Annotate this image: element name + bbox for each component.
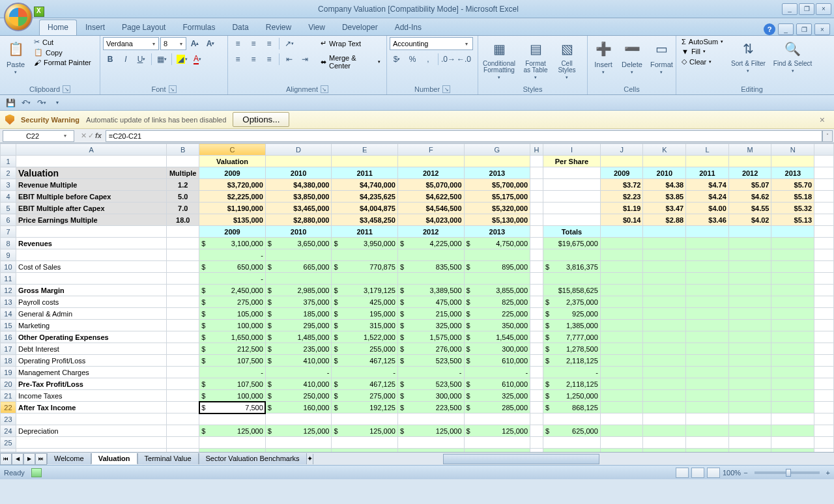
cell-E13[interactable]: $425,000 [332, 296, 398, 308]
cell-D6[interactable]: $2,880,000 [265, 214, 332, 226]
cell-D15[interactable]: $295,000 [265, 320, 332, 331]
formula-input[interactable]: =C20-C21 [106, 130, 822, 142]
cell-F22[interactable]: $223,500 [397, 402, 464, 413]
cell-J10[interactable] [600, 261, 643, 273]
cell-K16[interactable] [643, 331, 686, 343]
cell-N10[interactable] [771, 261, 814, 273]
cell-L17[interactable] [686, 343, 729, 355]
cell-E11[interactable] [332, 273, 398, 285]
cell-I17[interactable]: $1,278,500 [543, 343, 601, 355]
cell-L14[interactable] [686, 308, 729, 320]
cell-B14[interactable] [167, 308, 199, 320]
redo-button[interactable]: ↷▾ [35, 97, 48, 109]
cell-K1[interactable] [643, 156, 686, 167]
row-header-17[interactable]: 17 [1, 343, 16, 355]
cell-L12[interactable] [686, 285, 729, 296]
cell-J4[interactable]: $2.23 [600, 191, 643, 203]
row-header-6[interactable]: 6 [1, 214, 16, 226]
cell-C23[interactable] [199, 413, 266, 425]
cell-A17[interactable]: Debt Interest [16, 343, 166, 355]
cell-M9[interactable] [728, 249, 771, 261]
cell-C7[interactable]: 2009 [199, 226, 266, 238]
page-break-view-button[interactable] [707, 468, 720, 478]
cell-A13[interactable]: Payroll costs [16, 296, 166, 308]
cell-K13[interactable] [643, 296, 686, 308]
cell-H18[interactable] [530, 355, 543, 367]
cell-J5[interactable]: $1.19 [600, 203, 643, 214]
tab-home[interactable]: Home [39, 20, 77, 35]
cell-L15[interactable] [686, 320, 729, 331]
cell-H4[interactable] [530, 191, 543, 203]
cell-C3[interactable]: $3,720,000 [199, 179, 266, 191]
cell-I16[interactable]: $7,777,000 [543, 331, 601, 343]
cell-K11[interactable] [643, 273, 686, 285]
cell-A1[interactable] [16, 156, 166, 167]
col-header-E[interactable]: E [332, 144, 398, 156]
tab-view[interactable]: View [300, 20, 334, 35]
cell-D18[interactable]: $410,000 [265, 355, 332, 367]
font-size-dropdown[interactable]: ▾ [160, 37, 186, 50]
cell-G5[interactable]: $5,320,000 [464, 203, 530, 214]
cell-N2[interactable]: 2013 [771, 167, 814, 179]
cell-I2[interactable] [543, 167, 601, 179]
percent-button[interactable]: % [405, 53, 420, 66]
cell-B17[interactable] [167, 343, 199, 355]
cell-E9[interactable] [332, 249, 398, 261]
merge-center-button[interactable]: ⬌ Merge & Center ▾ [317, 52, 384, 72]
cell-C20[interactable]: $107,500 [199, 378, 266, 390]
cell-M10[interactable] [728, 261, 771, 273]
cell-N15[interactable] [771, 320, 814, 331]
cell-H7[interactable] [530, 226, 543, 238]
cell-K7[interactable] [643, 226, 686, 238]
fx-button[interactable]: fx [95, 132, 102, 140]
cell-E2[interactable]: 2011 [332, 167, 398, 179]
cell-E7[interactable]: 2011 [332, 226, 398, 238]
cell-A4[interactable]: EBIT Multiple before Capex [16, 191, 166, 203]
cell-A2[interactable]: Valuation [16, 167, 166, 179]
delete-cells-button[interactable]: ➖Delete▾ [619, 37, 645, 76]
cell-N11[interactable] [771, 273, 814, 285]
cell-D22[interactable]: $160,000 [265, 402, 332, 413]
cell-E22[interactable]: $192,125 [332, 402, 398, 413]
cell-A19[interactable]: Management Charges [16, 367, 166, 378]
tab-formulas[interactable]: Formulas [174, 20, 223, 35]
cell-F13[interactable]: $475,000 [397, 296, 464, 308]
format-cells-button[interactable]: ▭Format▾ [648, 37, 676, 76]
cell-B16[interactable] [167, 331, 199, 343]
cell-G12[interactable]: $3,855,000 [464, 285, 530, 296]
cell-G8[interactable]: $4,750,000 [464, 238, 530, 249]
cell-G20[interactable]: $610,000 [464, 378, 530, 390]
col-header-I[interactable]: I [543, 144, 601, 156]
cell-F11[interactable] [397, 273, 464, 285]
cell-M26[interactable] [728, 449, 771, 453]
select-all-corner[interactable] [1, 144, 16, 156]
sheet-tab-welcome[interactable]: Welcome [47, 453, 91, 464]
align-middle-button[interactable]: ≡ [246, 37, 261, 50]
cell-N9[interactable] [771, 249, 814, 261]
cell-B4[interactable]: 5.0 [167, 191, 199, 203]
cell-L3[interactable]: $4.74 [686, 179, 729, 191]
cell-N3[interactable]: $5.70 [771, 179, 814, 191]
cell-A25[interactable] [16, 437, 166, 449]
font-name-dropdown[interactable]: ▾ [103, 37, 159, 50]
cell-D1[interactable] [265, 156, 332, 167]
cell-K4[interactable]: $3.85 [643, 191, 686, 203]
cell-D3[interactable]: $4,380,000 [265, 179, 332, 191]
col-header-C[interactable]: C [199, 144, 266, 156]
cell-L18[interactable] [686, 355, 729, 367]
cell-G21[interactable]: $325,000 [464, 390, 530, 402]
cell-E14[interactable]: $195,000 [332, 308, 398, 320]
cell-F3[interactable]: $5,070,000 [397, 179, 464, 191]
worksheet-grid[interactable]: ABCDEFGHIJKLMN 1ValuationPer Share2Valua… [0, 143, 834, 452]
cell-D2[interactable]: 2010 [265, 167, 332, 179]
cut-button[interactable]: Cut [31, 37, 94, 47]
cell-F4[interactable]: $4,622,500 [397, 191, 464, 203]
cell-G4[interactable]: $5,175,000 [464, 191, 530, 203]
cell-I20[interactable]: $2,118,125 [543, 378, 601, 390]
cell-I4[interactable] [543, 191, 601, 203]
cell-H10[interactable] [530, 261, 543, 273]
cell-M19[interactable] [728, 367, 771, 378]
cell-E1[interactable] [332, 156, 398, 167]
cell-G7[interactable]: 2013 [464, 226, 530, 238]
decrease-indent-button[interactable]: ⇤ [282, 53, 296, 66]
